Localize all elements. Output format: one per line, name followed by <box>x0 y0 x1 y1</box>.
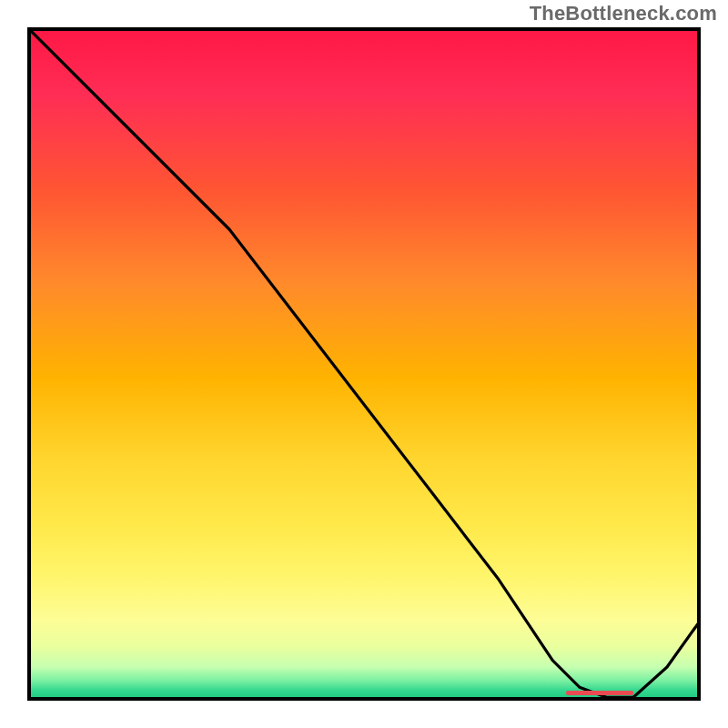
optimum-marker <box>566 691 633 695</box>
chart-container: TheBottleneck.com <box>0 0 728 728</box>
watermark-text: TheBottleneck.com <box>530 2 717 25</box>
bottleneck-curve <box>27 27 701 701</box>
plot-area <box>27 27 701 701</box>
curve-path <box>27 27 701 697</box>
